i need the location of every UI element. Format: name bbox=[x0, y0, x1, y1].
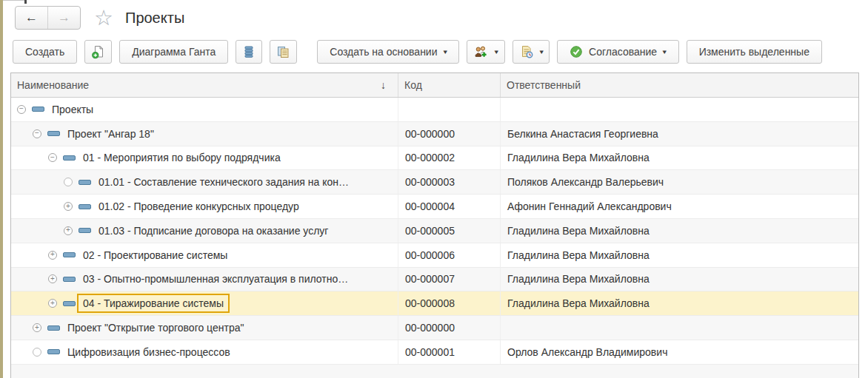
gantt-button-label: Диаграмма Ганта bbox=[132, 46, 216, 58]
document-schedule-button[interactable]: ▾ bbox=[513, 40, 550, 64]
copy-icon bbox=[276, 45, 290, 59]
navigation-bar: ← → ☆ Проекты bbox=[15, 6, 184, 30]
project-node-icon bbox=[47, 349, 60, 354]
row-responsible: Гладилина Вера Михайловна bbox=[500, 268, 858, 291]
new-document-button[interactable] bbox=[84, 40, 112, 64]
table-row[interactable]: + 01.02 - Проведение конкурсных процедур… bbox=[11, 195, 858, 219]
expander-icon[interactable]: + bbox=[48, 251, 57, 260]
row-name: Проект "Открытие торгового центра" bbox=[67, 322, 244, 334]
column-header-code[interactable]: Код bbox=[398, 73, 500, 97]
expander-icon[interactable]: − bbox=[33, 129, 41, 138]
expander-icon[interactable]: + bbox=[48, 299, 57, 308]
row-code: 00-000004 bbox=[398, 195, 500, 218]
add-assignee-button[interactable]: ▾ bbox=[467, 40, 505, 64]
project-node-icon bbox=[32, 107, 44, 112]
expander-icon[interactable]: + bbox=[64, 202, 73, 211]
name-cell: + 03 - Опытно-промышленная эксплуатация … bbox=[11, 268, 398, 291]
create-based-on-button[interactable]: Создать на основании ▾ bbox=[317, 40, 459, 64]
approval-button[interactable]: Согласование ▾ bbox=[557, 40, 679, 64]
row-name: 02 - Проектирование системы bbox=[83, 249, 227, 261]
expander-icon[interactable]: + bbox=[64, 226, 73, 235]
column-responsible-label: Ответственный bbox=[507, 79, 581, 91]
name-cell: − 01 - Мероприятия по выбору подрядчика bbox=[11, 146, 398, 170]
chevron-down-icon: ▾ bbox=[495, 49, 498, 55]
toolbar: Создать Диаграмма Ганта bbox=[13, 40, 822, 64]
create-button-label: Создать bbox=[25, 46, 64, 58]
history-nav-group: ← → bbox=[15, 6, 81, 30]
name-cell: + 04 - Тиражирование системы bbox=[11, 291, 398, 315]
row-name: 01.03 - Подписание договора на оказание … bbox=[99, 225, 328, 237]
chevron-down-icon: ▾ bbox=[539, 49, 543, 55]
project-node-icon bbox=[63, 277, 76, 282]
project-node-icon bbox=[63, 252, 76, 257]
column-header-name[interactable]: Наименование ↓ bbox=[11, 73, 398, 97]
row-responsible bbox=[500, 316, 858, 340]
table-row[interactable]: − 01 - Мероприятия по выбору подрядчика … bbox=[11, 146, 858, 171]
row-responsible: Белкина Анастасия Георгиевна bbox=[500, 122, 858, 146]
table-row[interactable]: − Проекты bbox=[11, 98, 858, 122]
forward-button[interactable]: → bbox=[47, 7, 80, 29]
table-row[interactable]: + 02 - Проектирование системы 00-000006 … bbox=[11, 243, 858, 268]
project-node-icon bbox=[63, 155, 76, 161]
row-responsible: Гладилина Вера Михайловна bbox=[500, 243, 858, 267]
row-code: 00-000008 bbox=[398, 291, 500, 315]
page-title: Проекты bbox=[125, 10, 184, 27]
expander-icon[interactable]: + bbox=[33, 323, 41, 332]
table-row[interactable]: 01.01 - Составление технического задания… bbox=[11, 170, 858, 195]
row-name: Цифровизация бизнес-процессов bbox=[67, 346, 230, 358]
name-cell: Цифровизация бизнес-процессов bbox=[11, 340, 398, 364]
name-cell: 01.01 - Составление технического задания… bbox=[11, 170, 398, 194]
project-node-icon bbox=[47, 325, 60, 331]
list-view-icon bbox=[242, 45, 256, 58]
add-assignee-icon bbox=[473, 45, 489, 58]
name-cell: − Проекты bbox=[11, 98, 398, 121]
project-node-icon bbox=[63, 301, 76, 306]
table-row[interactable]: − Проект "Ангар 18" 00-000000 Белкина Ан… bbox=[11, 122, 858, 146]
expander-icon[interactable] bbox=[33, 348, 41, 357]
copy-button[interactable] bbox=[270, 40, 297, 64]
chevron-down-icon: ▾ bbox=[443, 49, 447, 55]
expander-icon[interactable]: − bbox=[48, 153, 57, 162]
row-name: Проекты bbox=[52, 104, 93, 115]
project-node-icon bbox=[79, 180, 91, 185]
column-header-responsible[interactable]: Ответственный bbox=[500, 73, 858, 97]
edit-selected-label: Изменить выделенные bbox=[699, 46, 809, 58]
expander-icon[interactable] bbox=[64, 178, 73, 186]
approval-button-label: Согласование bbox=[589, 46, 657, 58]
table-row[interactable]: + 04 - Тиражирование системы 00-000008 Г… bbox=[11, 291, 858, 316]
create-button[interactable]: Создать bbox=[13, 40, 77, 64]
row-responsible: Гладилина Вера Михайловна bbox=[500, 219, 858, 243]
favorite-star-icon[interactable]: ☆ bbox=[94, 7, 113, 29]
window-edge-strip bbox=[0, 0, 3, 378]
row-responsible: Гладилина Вера Михайловна bbox=[500, 146, 858, 170]
table-row[interactable]: + Проект "Открытие торгового центра" 00-… bbox=[11, 316, 858, 340]
table-row[interactable]: Цифровизация бизнес-процессов 00-000001 … bbox=[11, 340, 858, 365]
row-responsible bbox=[500, 98, 858, 121]
new-document-icon bbox=[91, 45, 105, 59]
table-row[interactable]: + 01.03 - Подписание договора на оказани… bbox=[11, 219, 858, 243]
create-based-on-label: Создать на основании bbox=[330, 46, 437, 58]
gantt-chart-button[interactable]: Диаграмма Ганта bbox=[119, 40, 228, 64]
row-code: 00-000005 bbox=[398, 219, 500, 243]
name-cell: + 02 - Проектирование системы bbox=[11, 243, 398, 267]
edit-selected-button[interactable]: Изменить выделенные bbox=[687, 40, 822, 64]
table-row[interactable]: + 03 - Опытно-промышленная эксплуатация … bbox=[11, 268, 858, 292]
row-name: 04 - Тиражирование системы bbox=[77, 294, 230, 313]
project-node-icon bbox=[79, 204, 91, 209]
row-responsible: Афонин Геннадий Александрович bbox=[500, 195, 858, 218]
row-code: 00-000000 bbox=[398, 316, 500, 340]
name-cell: − Проект "Ангар 18" bbox=[11, 122, 398, 146]
column-name-label: Наименование bbox=[17, 79, 89, 91]
row-code: 00-000000 bbox=[398, 122, 500, 146]
row-name: 01 - Мероприятия по выбору подрядчика bbox=[83, 152, 281, 163]
row-code: 00-000001 bbox=[398, 340, 500, 364]
list-view-button[interactable] bbox=[236, 40, 262, 64]
row-name: 01.02 - Проведение конкурсных процедур bbox=[99, 200, 299, 212]
approval-check-icon bbox=[570, 45, 583, 58]
expander-icon[interactable]: + bbox=[48, 274, 57, 283]
back-button[interactable]: ← bbox=[16, 7, 47, 29]
row-name: 01.01 - Составление технического задания… bbox=[99, 176, 349, 188]
project-node-icon bbox=[47, 131, 60, 136]
expander-icon[interactable]: − bbox=[17, 105, 26, 114]
chevron-down-icon: ▾ bbox=[663, 49, 667, 55]
